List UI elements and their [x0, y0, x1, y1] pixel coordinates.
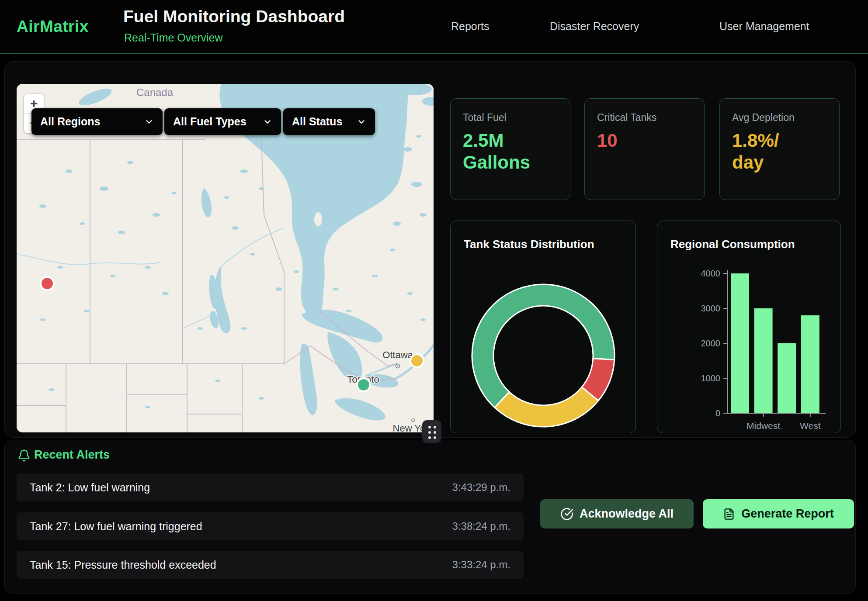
status-filter-select[interactable]: All Status [283, 108, 375, 135]
status-filter-value: All Status [292, 115, 349, 128]
y-tick-label: 0 [715, 408, 720, 418]
nav-user-management[interactable]: User Management [719, 20, 809, 33]
check-circle-icon [560, 508, 573, 521]
nav-disaster-recovery[interactable]: Disaster Recovery [550, 20, 639, 33]
acknowledge-all-button[interactable]: Acknowledge All [540, 499, 694, 528]
y-tick-label: 1000 [701, 373, 721, 383]
kpi-total-fuel: Total Fuel 2.5M Gallons [450, 98, 570, 200]
page-title: Fuel Monitoring Dashboard [123, 7, 345, 26]
alert-row: Tank 27: Low fuel warning triggered 3:38… [17, 512, 524, 540]
chevron-down-icon [144, 117, 154, 127]
donut-segment [495, 387, 598, 427]
bar [778, 343, 796, 413]
regional-consumption-card: Regional Consumption 01000200030004000Mi… [657, 221, 841, 433]
app-header: AirMatrix Fuel Monitoring Dashboard Real… [0, 0, 868, 54]
y-tick-label: 2000 [701, 338, 721, 348]
kpi-critical-tanks: Critical Tanks 10 [584, 98, 705, 200]
fuel-type-filter-value: All Fuel Types [173, 115, 255, 128]
kpi-avg-depletion: Avg Depletion 1.8%/ day [719, 98, 840, 200]
alert-text: Tank 27: Low fuel warning triggered [30, 520, 452, 533]
map-bay-island [314, 212, 322, 226]
alert-time: 3:38:24 p.m. [452, 520, 510, 532]
page-subtitle: Real-Time Overview [124, 31, 223, 44]
alerts-heading: Recent Alerts [34, 448, 110, 462]
alert-text: Tank 2: Low fuel warning [30, 481, 452, 494]
tank-marker-normal[interactable] [357, 378, 370, 391]
kpi-value: 10 [597, 130, 692, 152]
map-canvas[interactable]: Canada Ottawa Toronto New York [17, 84, 434, 432]
generate-report-button[interactable]: Generate Report [703, 499, 854, 528]
brand-logo: AirMatrix [17, 17, 89, 36]
bar [754, 308, 773, 413]
tank-marker-warning[interactable] [410, 354, 424, 367]
regional-consumption-bar-chart: 01000200030004000MidwestWest [657, 221, 841, 433]
kpi-value: 2.5M Gallons [463, 130, 558, 173]
region-filter-select[interactable]: All Regions [31, 108, 163, 135]
region-filter-value: All Regions [40, 115, 136, 128]
map-resize-handle[interactable] [422, 420, 441, 443]
map-town-dot-ottawa-center [397, 366, 399, 367]
x-tick-label: West [800, 421, 821, 431]
kpi-label: Total Fuel [463, 112, 558, 124]
generate-report-label: Generate Report [741, 507, 834, 521]
bar [731, 273, 749, 413]
alert-time: 3:43:29 p.m. [452, 481, 510, 494]
nav-reports[interactable]: Reports [451, 20, 490, 33]
chevron-down-icon [357, 117, 366, 127]
map-label-ottawa: Ottawa [382, 349, 413, 360]
alert-text: Tank 15: Pressure threshold exceeded [30, 559, 452, 571]
bar [801, 315, 819, 413]
chart-title: Tank Status Distribution [464, 238, 594, 251]
acknowledge-all-label: Acknowledge All [580, 507, 674, 521]
tank-status-card: Tank Status Distribution [450, 221, 636, 433]
map[interactable]: Canada Ottawa Toronto New York [17, 84, 434, 432]
file-text-icon [723, 508, 735, 520]
tank-status-donut-chart [469, 281, 618, 430]
x-tick-label: Midwest [746, 421, 780, 431]
alert-row: Tank 15: Pressure threshold exceeded 3:3… [17, 551, 524, 579]
alert-row: Tank 2: Low fuel warning 3:43:29 p.m. [17, 473, 524, 501]
y-tick-label: 3000 [701, 304, 721, 313]
bell-icon [17, 449, 31, 463]
kpi-label: Critical Tanks [597, 112, 692, 124]
map-label-country: Canada [136, 86, 174, 98]
alert-time: 3:33:24 p.m. [452, 559, 510, 571]
map-town-dot-newyork [412, 419, 414, 421]
kpi-label: Avg Depletion [732, 112, 827, 124]
tank-marker-critical[interactable] [41, 277, 54, 290]
kpi-value: 1.8%/ day [732, 130, 827, 173]
fuel-type-filter-select[interactable]: All Fuel Types [164, 108, 281, 135]
y-tick-label: 4000 [701, 269, 721, 278]
chevron-down-icon [263, 117, 272, 127]
